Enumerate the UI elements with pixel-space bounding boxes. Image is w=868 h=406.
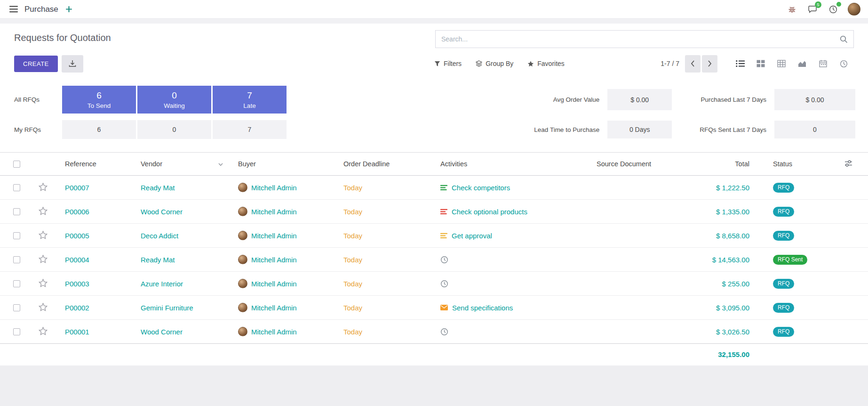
row-checkbox[interactable]	[13, 280, 20, 287]
favorite-star-icon[interactable]	[38, 326, 48, 338]
export-button[interactable]	[62, 55, 83, 73]
reference-link[interactable]: P00005	[65, 232, 89, 240]
apps-menu-icon[interactable]	[8, 3, 20, 16]
kpi-to-send[interactable]: 6 To Send	[62, 86, 136, 114]
header-status[interactable]: Status	[757, 153, 810, 176]
activity-link[interactable]: Check competitors	[452, 184, 510, 192]
pivot-view-icon[interactable]	[771, 55, 792, 73]
favorite-star-icon[interactable]	[38, 230, 48, 242]
header-vendor[interactable]: Vendor	[130, 153, 228, 176]
activity-link[interactable]: Get approval	[452, 232, 492, 240]
activity-clock-icon[interactable]	[440, 328, 448, 336]
lead-time-label: Lead Time to Purchase	[534, 126, 599, 133]
activity-view-icon[interactable]	[833, 55, 854, 73]
select-all-checkbox[interactable]	[13, 161, 20, 168]
buyer-link[interactable]: Mitchell Admin	[251, 232, 297, 240]
search-input[interactable]	[441, 35, 840, 43]
header-activities[interactable]: Activities	[430, 153, 586, 176]
reference-link[interactable]: P00006	[65, 208, 89, 216]
header-source-document[interactable]: Source Document	[586, 153, 677, 176]
table-row[interactable]: P00002 Gemini Furniture Mitchell Admin T…	[0, 296, 868, 320]
buyer-link[interactable]: Mitchell Admin	[251, 184, 297, 192]
vendor-link[interactable]: Deco Addict	[141, 232, 178, 240]
table-row[interactable]: P00006 Wood Corner Mitchell Admin Today …	[0, 200, 868, 224]
header-buyer[interactable]: Buyer	[228, 153, 333, 176]
favorite-star-icon[interactable]	[38, 302, 48, 314]
row-checkbox[interactable]	[13, 256, 20, 263]
activities-clock-icon[interactable]	[827, 3, 839, 16]
kanban-view-icon[interactable]	[750, 55, 771, 73]
graph-view-icon[interactable]	[792, 55, 812, 73]
buyer-link[interactable]: Mitchell Admin	[251, 304, 297, 312]
reference-link[interactable]: P00004	[65, 256, 89, 264]
my-to-send[interactable]: 6	[62, 120, 136, 139]
list-view-icon[interactable]	[730, 55, 750, 73]
pager-next-button[interactable]	[702, 55, 717, 73]
row-checkbox[interactable]	[13, 328, 20, 335]
pager-previous-button[interactable]	[685, 55, 701, 73]
reference-link[interactable]: P00002	[65, 304, 89, 312]
optional-columns-icon[interactable]	[844, 160, 852, 167]
filters-button[interactable]: Filters	[434, 60, 462, 67]
row-checkbox[interactable]	[13, 304, 20, 311]
table-row[interactable]: P00005 Deco Addict Mitchell Admin Today …	[0, 224, 868, 248]
header-reference[interactable]: Reference	[55, 153, 130, 176]
vendor-link[interactable]: Ready Mat	[141, 184, 175, 192]
favorite-star-icon[interactable]	[38, 182, 48, 194]
purchased-last-7-days[interactable]: $ 0.00	[774, 89, 855, 110]
kpi-waiting[interactable]: 0 Waiting	[137, 86, 211, 114]
header-order-deadline[interactable]: Order Deadline	[333, 153, 430, 176]
table-row[interactable]: P00001 Wood Corner Mitchell Admin Today …	[0, 320, 868, 344]
user-avatar[interactable]	[848, 3, 860, 16]
reference-link[interactable]: P00003	[65, 280, 89, 288]
tasks-icon[interactable]	[440, 185, 447, 191]
favorite-star-icon[interactable]	[38, 206, 48, 218]
tasks-icon[interactable]	[440, 209, 447, 215]
my-waiting[interactable]: 0	[137, 120, 211, 139]
tasks-icon[interactable]	[440, 233, 447, 239]
total-amount: $ 1,335.00	[716, 208, 749, 216]
buyer-link[interactable]: Mitchell Admin	[251, 256, 297, 264]
vendor-link[interactable]: Ready Mat	[141, 256, 175, 264]
app-name[interactable]: Purchase	[24, 5, 58, 14]
favorites-button[interactable]: Favorites	[527, 60, 565, 67]
header-total[interactable]: Total	[677, 153, 757, 176]
row-checkbox[interactable]	[13, 232, 20, 239]
buyer-link[interactable]: Mitchell Admin	[251, 208, 297, 216]
activity-link[interactable]: Check optional products	[452, 208, 527, 216]
kpi-late-label: Late	[243, 102, 255, 109]
lead-time-value[interactable]: 0 Days	[607, 121, 672, 138]
vendor-link[interactable]: Wood Corner	[141, 208, 183, 216]
calendar-view-icon[interactable]	[812, 55, 833, 73]
debug-bug-icon[interactable]	[786, 3, 798, 16]
envelope-icon[interactable]	[440, 305, 448, 310]
vendor-link[interactable]: Gemini Furniture	[141, 304, 193, 312]
avg-order-value[interactable]: $ 0.00	[607, 89, 672, 110]
table-row[interactable]: P00004 Ready Mat Mitchell Admin Today $ …	[0, 248, 868, 272]
create-button[interactable]: CREATE	[14, 56, 58, 72]
favorite-star-icon[interactable]	[38, 254, 48, 266]
reference-link[interactable]: P00007	[65, 184, 89, 192]
reference-link[interactable]: P00001	[65, 328, 89, 336]
row-checkbox[interactable]	[13, 208, 20, 215]
buyer-link[interactable]: Mitchell Admin	[251, 280, 297, 288]
vendor-link[interactable]: Azure Interior	[141, 280, 183, 288]
table-row[interactable]: P00003 Azure Interior Mitchell Admin Tod…	[0, 272, 868, 296]
favorite-star-icon[interactable]	[38, 278, 48, 290]
activity-link[interactable]: Send specifications	[452, 304, 513, 312]
chevron-down-icon[interactable]	[218, 160, 223, 168]
messages-icon[interactable]: 5	[806, 3, 819, 16]
table-row[interactable]: P00007 Ready Mat Mitchell Admin Today Ch…	[0, 176, 868, 200]
kpi-late[interactable]: 7 Late	[213, 86, 287, 114]
group-by-button[interactable]: Group By	[476, 60, 513, 67]
rfqs-sent-last-7-days[interactable]: 0	[774, 121, 855, 138]
my-late[interactable]: 7	[213, 120, 287, 139]
row-checkbox[interactable]	[13, 184, 20, 191]
activity-clock-icon[interactable]	[440, 256, 448, 264]
buyer-link[interactable]: Mitchell Admin	[251, 328, 297, 336]
plus-icon[interactable]	[66, 6, 72, 12]
activity-clock-icon[interactable]	[440, 280, 448, 288]
search-bar[interactable]	[435, 30, 854, 48]
search-icon[interactable]	[840, 35, 848, 43]
vendor-link[interactable]: Wood Corner	[141, 328, 183, 336]
